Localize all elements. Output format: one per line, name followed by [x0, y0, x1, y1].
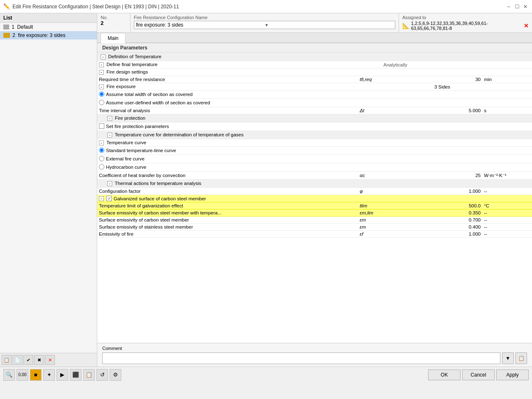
- assigned-value: 1,2,5,6,9-12,32,33,35,36,39,40,59,61-63,…: [411, 21, 522, 31]
- title-bar: ✏️ Edit Fire Resistance Configuration | …: [0, 0, 532, 13]
- radio-external-fire[interactable]: External fire curve: [99, 156, 145, 161]
- no-section: No. 2: [97, 13, 131, 32]
- radio-hydrocarbon[interactable]: Hydrocarbon curve: [99, 164, 146, 170]
- comment-area: Comment ▼ 📋: [97, 343, 532, 367]
- play-button[interactable]: ▶: [57, 369, 68, 381]
- param-row: Assume user-defined width of section as …: [97, 99, 532, 107]
- symbol: αc: [360, 173, 365, 178]
- star-button[interactable]: ✦: [43, 369, 55, 381]
- minimize-button[interactable]: –: [505, 3, 512, 10]
- window-title: ✏️ Edit Fire Resistance Configuration | …: [3, 3, 179, 10]
- add-button[interactable]: 📋: [2, 355, 12, 365]
- list-item[interactable]: 1 Default: [0, 23, 97, 31]
- assigned-section: Assigned to 📐 1,2,5,6,9-12,32,33,35,36,3…: [399, 13, 532, 32]
- param-row: - Fire exposure 3 Sides: [97, 83, 532, 91]
- main-layout: List 1 Default 2 fire exposure: 3 sides …: [0, 13, 532, 367]
- section-row: - Definition of Temperature: [97, 53, 532, 61]
- collapse-btn[interactable]: -: [107, 116, 112, 121]
- name-section: Fire Resistance Configuration Name fire …: [131, 13, 399, 32]
- check-button[interactable]: ✔: [23, 355, 33, 365]
- comment-dropdown-button[interactable]: ▼: [502, 352, 514, 364]
- delete-button[interactable]: ✕: [45, 355, 55, 365]
- window-controls: – ☐ ✕: [505, 3, 529, 10]
- radio-assume-total[interactable]: Assume total width of section as covered: [99, 91, 192, 97]
- param-row: Configuration factor φ 1.000 --: [97, 188, 532, 195]
- param-row-surface-galv: Surface emissivity of carbon steel membe…: [97, 209, 532, 217]
- symbol: φ: [360, 189, 363, 194]
- symbol: Δt: [360, 108, 365, 113]
- list-item-label: 1 Default: [12, 24, 33, 30]
- radio-assume-user[interactable]: Assume user-defined width of section as …: [99, 100, 210, 105]
- dropdown-arrow-icon: ▼: [265, 23, 394, 27]
- symbol: εf: [360, 232, 363, 236]
- color-button[interactable]: ■: [30, 369, 42, 381]
- section-row: - Fire protection: [97, 114, 532, 123]
- assigned-icon: 📐: [402, 22, 409, 29]
- checkbox-galvanized-icon: [106, 196, 112, 201]
- apply-button[interactable]: Apply: [496, 369, 529, 380]
- value-button[interactable]: 0.00: [17, 369, 28, 381]
- copy-button[interactable]: 📄: [12, 355, 22, 365]
- name-select[interactable]: fire exposure: 3 sides ▼: [134, 21, 395, 29]
- clear-assigned-button[interactable]: ✕: [524, 22, 529, 29]
- checkbox-icon: [99, 123, 104, 129]
- right-area: No. 2 Fire Resistance Configuration Name…: [97, 13, 532, 367]
- param-row-temp-limit: Temperature limit of galvanization effec…: [97, 202, 532, 209]
- checkbox-fire-protection[interactable]: Set fire protection parameters: [99, 123, 169, 129]
- search-button[interactable]: 🔍: [3, 369, 15, 381]
- param-row: Hydrocarbon curve: [97, 163, 532, 172]
- ok-button[interactable]: OK: [428, 369, 461, 380]
- comment-input[interactable]: [102, 352, 500, 364]
- symbol: εm: [360, 224, 366, 229]
- maximize-button[interactable]: ☐: [514, 3, 520, 10]
- bottom-toolbar: 🔍 0.00 ■ ✦ ▶ ⬛ 📋 ↺ ⚙ OK Cancel Apply: [0, 367, 532, 382]
- param-row-galvanized: - Galvanized surface of carbon steel mem…: [97, 195, 532, 202]
- param-row: Surface emissivity of stainless steel me…: [97, 224, 532, 231]
- collapse-btn[interactable]: -: [101, 54, 106, 59]
- param-row: - Define final temperature Analytically: [97, 61, 532, 69]
- param-row: Coefficient of heat transfer by convecti…: [97, 172, 532, 180]
- undo-button[interactable]: ↺: [96, 369, 108, 381]
- content-area: Design Parameters - Definition of Temper…: [97, 43, 532, 343]
- collapse-btn[interactable]: -: [107, 133, 112, 138]
- box-button[interactable]: ⬛: [70, 369, 81, 381]
- symbol: tfi,req: [360, 77, 372, 82]
- list-header: List: [0, 13, 97, 23]
- param-row: - Fire design settings: [97, 69, 532, 76]
- collapse-btn[interactable]: -: [99, 62, 104, 67]
- top-header: No. 2 Fire Resistance Configuration Name…: [97, 13, 532, 33]
- list-items: 1 Default 2 fire exposure: 3 sides: [0, 23, 97, 353]
- symbol: εm: [360, 217, 366, 222]
- param-row: Time interval of analysis Δt 5.000 s: [97, 107, 532, 114]
- comment-label: Comment: [102, 346, 527, 351]
- section-row: - Temperature curve for determination of…: [97, 131, 532, 139]
- param-row: Surface emissivity of carbon steel membe…: [97, 217, 532, 224]
- param-row: Emissivity of fire εf 1.000 --: [97, 231, 532, 238]
- collapse-btn[interactable]: -: [99, 84, 104, 89]
- collapse-btn[interactable]: -: [99, 196, 104, 201]
- list-toolbar: 📋 📄 ✔ ✖ ✕: [0, 353, 97, 367]
- param-row: Set fire protection parameters: [97, 123, 532, 131]
- param-table: - Definition of Temperature - Define fin…: [97, 53, 532, 238]
- uncheck-button[interactable]: ✖: [34, 355, 44, 365]
- param-row: - Temperature curve: [97, 139, 532, 147]
- left-panel: List 1 Default 2 fire exposure: 3 sides …: [0, 13, 97, 367]
- section-row: - Thermal actions for temperature analys…: [97, 180, 532, 188]
- collapse-btn[interactable]: -: [99, 140, 104, 145]
- close-button[interactable]: ✕: [522, 3, 529, 10]
- checkbox-galvanized[interactable]: Galvanized surface of carbon steel membe…: [106, 196, 206, 201]
- list-item-label: 2 fire exposure: 3 sides: [12, 32, 65, 38]
- radio-standard-curve[interactable]: Standard temperature-time curve: [99, 148, 176, 153]
- collapse-btn[interactable]: -: [107, 181, 112, 186]
- list-item[interactable]: 2 fire exposure: 3 sides: [0, 31, 97, 39]
- tabs-bar: Main: [97, 33, 532, 43]
- cancel-button[interactable]: Cancel: [462, 369, 495, 380]
- default-icon: [3, 25, 9, 30]
- folder-icon: [3, 33, 10, 38]
- comment-copy-button[interactable]: 📋: [515, 352, 527, 364]
- collapse-btn[interactable]: -: [99, 70, 104, 75]
- tab-main[interactable]: Main: [101, 33, 126, 43]
- settings-button[interactable]: ⚙: [110, 369, 121, 381]
- param-row: Required time of fire resistance tfi,req…: [97, 76, 532, 83]
- copy-button[interactable]: 📋: [83, 369, 95, 381]
